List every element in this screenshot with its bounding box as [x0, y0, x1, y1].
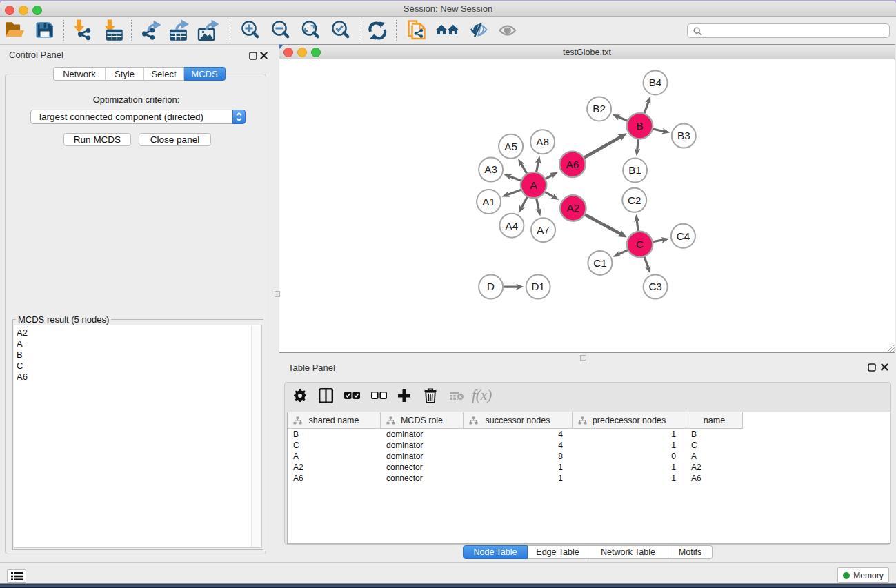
svg-text:C3: C3: [648, 281, 661, 292]
svg-text:D1: D1: [531, 281, 544, 292]
svg-text:A2: A2: [567, 202, 580, 214]
svg-text:A7: A7: [537, 224, 550, 236]
svg-text:B4: B4: [649, 77, 662, 88]
svg-text:A: A: [530, 179, 538, 191]
svg-text:C1: C1: [593, 257, 606, 269]
svg-text:C4: C4: [677, 230, 690, 242]
svg-text:A6: A6: [566, 159, 579, 170]
svg-text:B: B: [636, 120, 643, 132]
svg-text:D: D: [487, 281, 495, 292]
svg-text:A4: A4: [506, 220, 519, 232]
svg-text:B3: B3: [677, 130, 690, 141]
svg-text:C: C: [636, 239, 644, 250]
svg-text:A8: A8: [536, 136, 549, 148]
svg-text:A3: A3: [484, 163, 497, 175]
svg-text:A1: A1: [482, 196, 495, 207]
svg-text:A5: A5: [504, 141, 517, 152]
svg-text:C2: C2: [628, 194, 641, 206]
svg-text:B1: B1: [628, 164, 641, 176]
svg-text:B2: B2: [593, 103, 606, 114]
